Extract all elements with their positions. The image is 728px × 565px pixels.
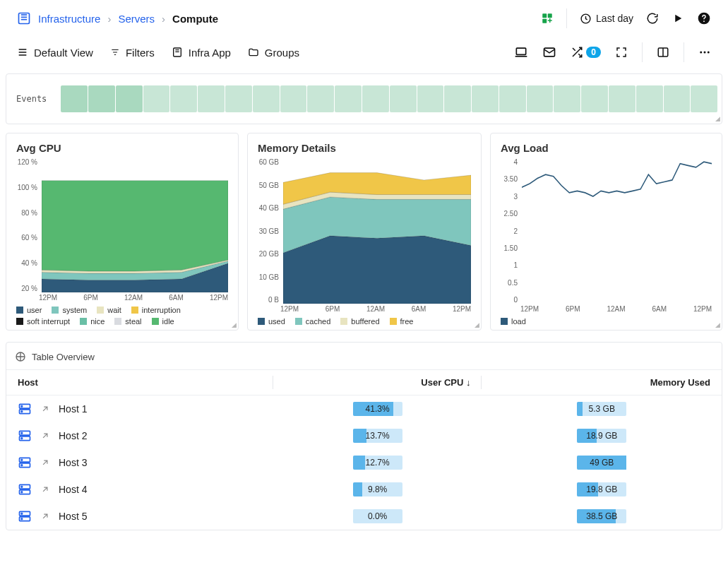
legend-item[interactable]: user — [16, 306, 42, 314]
play-icon[interactable] — [672, 12, 684, 25]
card-avg-load[interactable]: Avg Load 43.5032.5021.5010.50 12PM6PM12A… — [490, 133, 722, 331]
event-bucket[interactable] — [664, 85, 691, 112]
crumb-servers[interactable]: Servers — [118, 13, 155, 25]
event-bucket[interactable] — [581, 85, 608, 112]
event-bucket[interactable] — [61, 85, 88, 112]
column-header[interactable]: User CPU ↓ — [273, 370, 482, 396]
event-bucket[interactable] — [280, 85, 307, 112]
event-bucket[interactable] — [362, 85, 389, 112]
events-timeline[interactable]: Events ◢ — [6, 73, 722, 124]
event-bucket[interactable] — [417, 85, 444, 112]
fullscreen-icon[interactable] — [615, 46, 628, 59]
svg-point-33 — [21, 492, 23, 493]
legend-item[interactable]: steal — [114, 317, 141, 326]
add-widget-icon[interactable] — [541, 12, 554, 25]
event-bucket[interactable] — [554, 85, 580, 112]
legend-item[interactable]: wait — [97, 306, 121, 314]
event-bucket[interactable] — [472, 85, 499, 112]
timerange-picker[interactable]: Last day — [580, 13, 633, 25]
y-tick: 1.50 — [501, 244, 518, 252]
legend-item[interactable]: system — [52, 306, 87, 314]
host-name: Host 2 — [59, 430, 87, 441]
event-bucket[interactable] — [444, 85, 471, 112]
event-bucket[interactable] — [390, 85, 417, 112]
legend-item[interactable]: load — [501, 317, 526, 326]
event-bucket[interactable] — [88, 85, 115, 112]
column-header[interactable]: Memory Used — [482, 370, 722, 396]
bar-indicator: 0.0% — [353, 509, 402, 523]
y-tick: 10 GB — [258, 273, 279, 281]
table-row[interactable]: Host 50.0%38.5 GB — [6, 503, 722, 530]
legend-item[interactable]: soft interrupt — [16, 317, 70, 326]
legend-item[interactable]: buffered — [340, 317, 379, 326]
filters-button[interactable]: Filters — [110, 47, 155, 59]
open-link-icon[interactable] — [40, 511, 50, 521]
y-tick: 20 GB — [258, 250, 279, 258]
open-link-icon[interactable] — [40, 484, 50, 494]
legend-item[interactable]: idle — [152, 317, 174, 326]
svg-rect-3 — [21, 14, 27, 16]
event-bucket[interactable] — [499, 85, 526, 112]
column-header[interactable]: Host — [6, 370, 273, 396]
y-tick: 40 GB — [258, 204, 279, 212]
event-bucket[interactable] — [307, 85, 334, 112]
y-tick: 4 — [501, 158, 518, 166]
view-picker[interactable]: Default View — [17, 47, 93, 59]
mail-icon[interactable] — [542, 45, 556, 59]
x-tick: 12PM — [210, 294, 228, 302]
event-bucket[interactable] — [170, 85, 197, 112]
x-tick: 12PM — [280, 305, 299, 313]
event-bucket[interactable] — [691, 85, 717, 112]
legend-item[interactable]: used — [258, 317, 285, 326]
laptop-icon[interactable] — [514, 45, 528, 59]
card-title: Avg CPU — [16, 142, 228, 154]
x-tick: 6PM — [326, 305, 340, 313]
table-row[interactable]: Host 312.7%49 GB — [6, 449, 722, 476]
x-tick: 12AM — [366, 305, 385, 313]
event-bucket[interactable] — [636, 85, 663, 112]
host-name: Host 3 — [59, 457, 87, 468]
card-memory-details[interactable]: Memory Details 60 GB50 GB40 GB30 GB20 GB… — [247, 133, 482, 331]
event-bucket[interactable] — [527, 85, 554, 112]
legend-item[interactable]: free — [390, 317, 414, 326]
table-row[interactable]: Host 141.3%5.3 GB — [6, 396, 722, 423]
x-tick: 6AM — [412, 305, 426, 313]
legend-item[interactable]: interruption — [131, 306, 181, 314]
help-icon[interactable] — [697, 11, 711, 25]
open-link-icon[interactable] — [40, 404, 50, 414]
y-tick: 100 % — [16, 184, 37, 191]
y-tick: 0.5 — [501, 279, 518, 287]
event-bucket[interactable] — [225, 85, 252, 112]
crumb-infrastructure[interactable]: Infrastructure — [38, 13, 100, 25]
legend-item[interactable]: cached — [295, 317, 330, 326]
more-icon[interactable] — [698, 46, 711, 59]
x-tick: 12PM — [39, 294, 57, 302]
card-title: Avg Load — [501, 142, 712, 154]
open-link-icon[interactable] — [40, 431, 50, 441]
panel-toggle-icon[interactable] — [657, 46, 669, 59]
event-bucket[interactable] — [116, 85, 143, 112]
table-row[interactable]: Host 49.8%19.8 GB — [6, 476, 722, 503]
logo-icon[interactable] — [17, 11, 31, 25]
shuffle-icon[interactable]: 0 — [571, 46, 601, 59]
y-tick: 0 — [501, 296, 518, 304]
event-bucket[interactable] — [609, 85, 635, 112]
x-tick: 6PM — [83, 294, 98, 302]
event-bucket[interactable] — [143, 85, 170, 112]
infra-app-button[interactable]: Infra App — [172, 47, 231, 59]
event-bucket[interactable] — [253, 85, 280, 112]
table-row[interactable]: Host 213.7%18.9 GB — [6, 422, 722, 449]
table-icon — [15, 351, 26, 362]
event-bucket[interactable] — [198, 85, 225, 112]
bar-indicator: 41.3% — [353, 402, 402, 416]
card-avg-cpu[interactable]: Avg CPU 120 %100 %80 %60 %40 %20 % 12PM6… — [6, 133, 239, 331]
svg-point-32 — [21, 486, 23, 487]
svg-point-36 — [21, 513, 23, 514]
refresh-icon[interactable] — [646, 12, 659, 25]
open-link-icon[interactable] — [40, 458, 50, 468]
groups-button[interactable]: Groups — [248, 47, 299, 59]
y-tick: 2.50 — [501, 210, 518, 218]
y-tick: 60 GB — [258, 158, 279, 166]
event-bucket[interactable] — [335, 85, 362, 112]
legend-item[interactable]: nice — [80, 317, 105, 326]
